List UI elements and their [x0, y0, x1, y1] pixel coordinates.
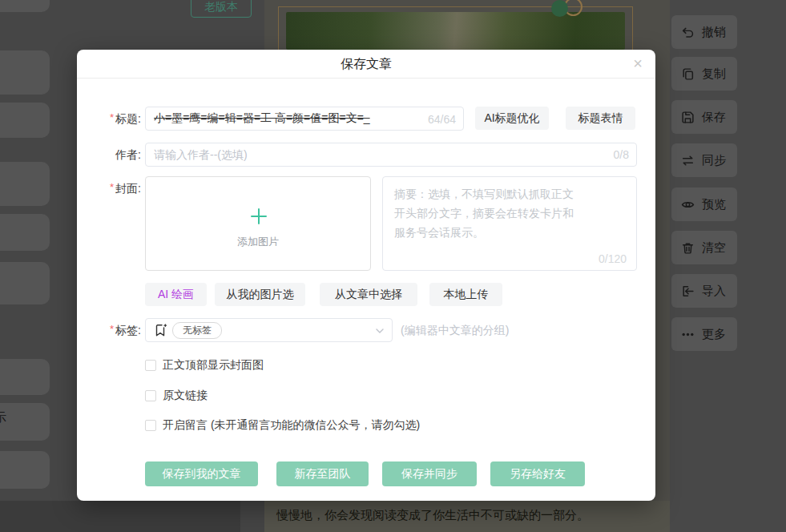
undo-icon [681, 26, 695, 39]
sync-icon [681, 154, 695, 167]
left-panel-card [0, 50, 50, 95]
ai-draw-button[interactable]: AI 绘画 [145, 283, 207, 306]
sidebar-item-more[interactable]: 更多 [671, 317, 737, 351]
tag-hint: (编辑器中文章的分组) [401, 324, 509, 338]
required-mark: * [110, 111, 114, 123]
trash-icon [681, 241, 695, 255]
background-bottom-left [0, 501, 240, 532]
tool-sidebar: 撤销 复制 保存 同步 预览 [670, 0, 786, 532]
left-panel-card [0, 0, 50, 12]
cover-label: *封面: [77, 182, 141, 196]
checkbox[interactable] [145, 390, 156, 401]
import-icon [681, 284, 695, 298]
title-input[interactable] [145, 107, 464, 131]
editor-hero-image [286, 12, 625, 50]
show-cover-on-top-checkbox-row[interactable]: 正文顶部显示封面图 [145, 358, 264, 373]
author-label: 作者: [77, 148, 141, 163]
save-for-friend-button[interactable]: 另存给好友 [490, 461, 585, 486]
plus-icon [250, 208, 268, 225]
sidebar-item-import[interactable]: 导入 [671, 274, 737, 308]
sidebar-item-label: 保存 [702, 110, 726, 125]
editor-paragraph: 慢慢地，你会发现阅读变成了你生活中不可或缺的一部分。 [276, 508, 589, 523]
sidebar-item-preview[interactable]: 预览 [671, 187, 737, 221]
sidebar-item-sync[interactable]: 同步 [671, 143, 737, 177]
enable-comments-checkbox-row[interactable]: 开启留言 (未开通留言功能的微信公众号，请勿勾选) [145, 418, 420, 433]
cover-upload-box[interactable]: 添加图片 [145, 176, 371, 271]
checkbox-label: 原文链接 [163, 389, 208, 403]
tag-select[interactable]: 无标签 [145, 318, 393, 342]
left-panel-card [0, 451, 50, 489]
selected-tag-pill: 无标签 [172, 322, 222, 339]
chevron-down-icon [376, 328, 384, 333]
sidebar-item-undo[interactable]: 撤销 [671, 15, 737, 49]
checkbox-label: 正文顶部显示封面图 [163, 358, 264, 373]
editor-text-area: 慢慢地，你会发现阅读变成了你生活中不可或缺的一部分。 [264, 501, 670, 532]
sidebar-item-label: 清空 [702, 240, 726, 256]
eye-icon [681, 198, 695, 212]
sidebar-item-label: 同步 [702, 153, 726, 168]
save-to-my-articles-button[interactable]: 保存到我的文章 [145, 461, 258, 486]
required-mark: * [110, 181, 114, 193]
decor-circle-icon [551, 0, 568, 17]
left-panel-card [0, 262, 50, 304]
left-panel-label-fragment: 示 [0, 410, 6, 425]
screen: 示 老版本 慢慢地，你会发现阅读变成了你生活中不可或缺的一部分。 撤销 复制 [0, 0, 786, 532]
save-and-sync-button[interactable]: 保存并同步 [382, 461, 477, 486]
sidebar-item-clear[interactable]: 清空 [671, 231, 737, 264]
title-label: *标题: [77, 112, 141, 127]
left-panel-card [0, 403, 50, 441]
modal-header: 保存文章 × [77, 50, 655, 79]
local-upload-button[interactable]: 本地上传 [429, 283, 502, 306]
more-icon [681, 328, 695, 341]
modal-title: 保存文章 [77, 50, 655, 78]
author-input[interactable] [145, 143, 637, 167]
left-panel-card [0, 162, 50, 206]
left-panel-card [0, 359, 50, 395]
sidebar-item-label: 预览 [702, 197, 726, 212]
left-panel-card [0, 214, 50, 251]
save-new-to-team-button[interactable]: 新存至团队 [276, 461, 369, 486]
checkbox[interactable] [145, 360, 156, 371]
old-version-button[interactable]: 老版本 [191, 0, 252, 18]
background-bottom-strip [240, 501, 264, 532]
original-link-checkbox-row[interactable]: 原文链接 [145, 389, 208, 403]
close-icon[interactable]: × [633, 54, 643, 72]
sidebar-item-copy[interactable]: 复制 [671, 57, 737, 91]
summary-box: 摘要：选填，不填写则默认抓取正文 开头部分文字，摘要会在转发卡片和 服务号会话展… [382, 176, 637, 271]
from-my-images-button[interactable]: 从我的图片选 [215, 283, 305, 306]
sidebar-item-label: 撤销 [702, 25, 726, 40]
required-mark: * [110, 323, 114, 335]
checkbox-label: 开启留言 (未开通留言功能的微信公众号，请勿勾选) [163, 418, 420, 433]
save-icon [681, 111, 695, 124]
tag-label: *标签: [77, 324, 141, 338]
ai-title-optimize-button[interactable]: AI标题优化 [475, 107, 549, 130]
from-article-button[interactable]: 从文章中选择 [320, 283, 417, 306]
sidebar-item-label: 导入 [702, 284, 726, 299]
sidebar-item-label: 复制 [702, 66, 726, 82]
save-article-modal: 保存文章 × *标题: 64/64 AI标题优化 标题表情 作者: 0/8 *封… [77, 50, 655, 501]
left-panel-card [0, 103, 50, 138]
add-image-label: 添加图片 [146, 235, 370, 249]
sidebar-item-save[interactable]: 保存 [671, 100, 737, 134]
title-emoji-button[interactable]: 标题表情 [566, 107, 635, 130]
copy-icon [681, 67, 695, 81]
sidebar-item-label: 更多 [702, 327, 726, 342]
bookmark-plus-icon [155, 324, 167, 337]
summary-input[interactable] [383, 177, 636, 270]
checkbox[interactable] [145, 420, 156, 431]
